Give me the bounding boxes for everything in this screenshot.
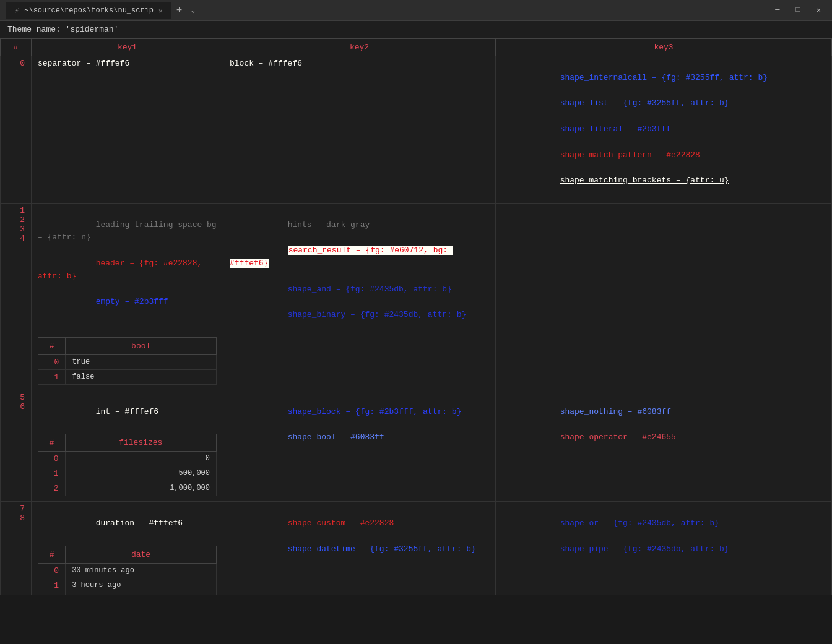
row-0-key3: shape_internalcall – {fg: #3255ff, attr:…: [496, 56, 832, 204]
row-0-key1: separator – #fffef6: [32, 56, 223, 204]
row-1-key3: [496, 203, 832, 390]
row-0-key2: block – #fffef6: [223, 56, 496, 204]
table-row: 5 6 int – #fffef6 # filesizes 0: [1, 390, 832, 501]
tab-close-button[interactable]: ✕: [158, 7, 163, 15]
row-index-0: 0: [1, 56, 32, 204]
theme-name-line: Theme name: 'spiderman': [0, 21, 832, 38]
filesizes-table: # filesizes 0 0 1 500,000 2: [38, 434, 217, 496]
row-7-key2: shape_custom – #e22828 shape_datetime – …: [223, 502, 496, 595]
row-index-1: 1 2 3 4: [1, 203, 32, 390]
row-index-5: 5 6: [1, 390, 32, 501]
row-7-key1: duration – #fffef6 # date 0 30 minutes a…: [32, 502, 223, 595]
tab-label: ~\source\repos\forks\nu_scrip: [24, 6, 154, 15]
new-tab-button[interactable]: +: [171, 2, 188, 19]
data-table: # key1 key2 key3 0 separator – #fffef6 b…: [0, 38, 832, 595]
row-1-key1: leading_trailing_space_bg – {attr: n} he…: [32, 203, 223, 390]
col2-header: key2: [223, 39, 496, 56]
row-5-key2: shape_block – {fg: #2b3fff, attr: b} sha…: [223, 390, 496, 501]
col1-header: key1: [32, 39, 223, 56]
maximize-button[interactable]: □: [791, 4, 805, 16]
row-5-key3: shape_nothing – #6083ff shape_operator –…: [496, 390, 832, 501]
close-button[interactable]: ✕: [812, 4, 826, 16]
dates-table: # date 0 30 minutes ago 1 3 hours ago: [38, 546, 217, 595]
minimize-button[interactable]: —: [770, 4, 784, 16]
main-content: # key1 key2 key3 0 separator – #fffef6 b…: [0, 38, 832, 644]
col3-header: key3: [496, 39, 832, 56]
row-5-key1: int – #fffef6 # filesizes 0 0 1: [32, 390, 223, 501]
titlebar: ⚡ ~\source\repos\forks\nu_scrip ✕ + ⌄ — …: [0, 0, 832, 21]
table-row: 1 2 3 4 leading_trailing_space_bg – {att…: [1, 203, 832, 390]
dropdown-button[interactable]: ⌄: [187, 3, 199, 17]
row-1-key2: hints – dark_gray search_result – {fg: #…: [223, 203, 496, 390]
table-row: 7 8 duration – #fffef6 # date 0: [1, 502, 832, 595]
terminal-icon: ⚡: [15, 6, 19, 15]
terminal-tab[interactable]: ⚡ ~\source\repos\forks\nu_scrip ✕: [6, 2, 171, 19]
row-index-7: 7 8: [1, 502, 32, 595]
bool-table: # bool 0 true 1 false: [38, 337, 217, 385]
row-7-key3: shape_or – {fg: #2435db, attr: b} shape_…: [496, 502, 832, 595]
col-index-header: #: [1, 39, 32, 56]
table-row: 0 separator – #fffef6 block – #fffef6 sh…: [1, 56, 832, 204]
